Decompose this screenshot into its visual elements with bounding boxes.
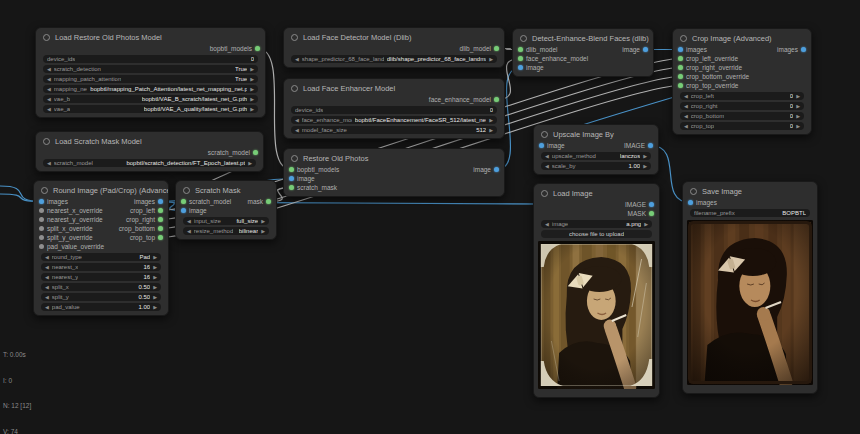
widget-shape_predictor_68_face_landmarks[interactable]: ◀shape_predictor_68_face_landmarksdlib/s… [291,55,497,64]
input-slot-dot[interactable] [539,143,544,148]
decrement-arrow-icon[interactable]: ◀ [45,303,49,312]
node-graph-canvas[interactable]: Load Restore Old Photos Modelbopbtl_mode… [0,0,860,434]
increment-arrow-icon[interactable]: ▶ [250,105,254,114]
collapse-dot-icon[interactable] [541,131,548,138]
widget-crop_bottom[interactable]: ◀crop_bottom0▶ [680,112,804,121]
increment-arrow-icon[interactable]: ▶ [489,126,493,135]
collapse-dot-icon[interactable] [690,188,697,195]
input-slot-dot[interactable] [39,199,44,204]
widget-device_ids[interactable]: device_ids0 [43,55,258,64]
collapse-dot-icon[interactable] [291,85,298,92]
widget-split_x[interactable]: ◀split_x0.50▶ [41,283,161,292]
input-slot-dot[interactable] [678,56,683,61]
node-upscale[interactable]: Upscale Image ByimageIMAGE◀upscale_metho… [533,124,659,175]
widget-mapping_net[interactable]: ◀mapping_netbopbtl/mapping_Patch_Attenti… [43,85,258,94]
increment-arrow-icon[interactable]: ▶ [796,102,800,111]
output-slot-dot[interactable] [649,202,654,207]
output-slot-dot[interactable] [801,47,806,52]
decrement-arrow-icon[interactable]: ◀ [187,217,191,226]
input-slot-dot[interactable] [39,244,44,249]
node-scratch-mask[interactable]: Scratch Maskscratch_modelmaskimage◀input… [175,180,277,240]
input-slot-dot[interactable] [289,185,294,190]
decrement-arrow-icon[interactable]: ◀ [45,273,49,282]
decrement-arrow-icon[interactable]: ◀ [47,75,51,84]
increment-arrow-icon[interactable]: ▶ [644,220,648,229]
widget-round_type[interactable]: ◀round_typePad▶ [41,253,161,262]
widget-pad_value[interactable]: ◀pad_value1.00▶ [41,303,161,312]
decrement-arrow-icon[interactable]: ◀ [47,105,51,114]
output-slot-dot[interactable] [158,235,163,240]
increment-arrow-icon[interactable]: ▶ [261,227,265,236]
input-slot-dot[interactable] [678,83,683,88]
increment-arrow-icon[interactable]: ▶ [153,303,157,312]
widget-scratch_detection[interactable]: ◀scratch_detectionTrue▶ [43,65,258,74]
decrement-arrow-icon[interactable]: ◀ [47,95,51,104]
widget-nearest_y[interactable]: ◀nearest_y16▶ [41,273,161,282]
widget-device_ids[interactable]: device_ids0 [291,106,497,115]
output-slot-dot[interactable] [648,143,653,148]
collapse-dot-icon[interactable] [41,187,48,194]
widget-model_face_size[interactable]: ◀model_face_size512▶ [291,126,497,135]
widget-nearest_x[interactable]: ◀nearest_x16▶ [41,263,161,272]
widget-mapping_patch_attention[interactable]: ◀mapping_patch_attentionTrue▶ [43,75,258,84]
decrement-arrow-icon[interactable]: ◀ [45,293,49,302]
decrement-arrow-icon[interactable]: ◀ [545,152,549,161]
increment-arrow-icon[interactable]: ▶ [250,75,254,84]
decrement-arrow-icon[interactable]: ◀ [47,85,51,94]
decrement-arrow-icon[interactable]: ◀ [684,112,688,121]
increment-arrow-icon[interactable]: ▶ [153,283,157,292]
increment-arrow-icon[interactable]: ▶ [643,162,647,171]
widget-vae_a[interactable]: ◀vae_abopbtl/VAE_A_quality/latest_net_G.… [43,105,258,114]
output-slot-dot[interactable] [158,208,163,213]
widget-image[interactable]: ◀imagea.png▶ [541,220,652,229]
node-load-enhancer[interactable]: Load Face Enhancer Modelface_enhance_mod… [283,78,505,139]
increment-arrow-icon[interactable]: ▶ [250,85,254,94]
widget-vae_b[interactable]: ◀vae_bbopbtl/VAE_B_scratch/latest_net_G.… [43,95,258,104]
input-slot-dot[interactable] [39,226,44,231]
decrement-arrow-icon[interactable]: ◀ [295,126,299,135]
input-slot-dot[interactable] [518,47,523,52]
decrement-arrow-icon[interactable]: ◀ [295,116,299,125]
decrement-arrow-icon[interactable]: ◀ [45,283,49,292]
output-slot-dot[interactable] [649,211,654,216]
node-load-restore[interactable]: Load Restore Old Photos Modelbopbtl_mode… [35,27,266,118]
collapse-dot-icon[interactable] [183,187,190,194]
input-slot-dot[interactable] [289,167,294,172]
increment-arrow-icon[interactable]: ▶ [796,112,800,121]
increment-arrow-icon[interactable]: ▶ [153,273,157,282]
decrement-arrow-icon[interactable]: ◀ [47,159,51,168]
output-slot-dot[interactable] [253,150,258,155]
output-slot-dot[interactable] [158,199,163,204]
widget-resize_method[interactable]: ◀resize_methodbilinear▶ [183,227,269,236]
collapse-dot-icon[interactable] [520,35,527,42]
increment-arrow-icon[interactable]: ▶ [261,217,265,226]
input-slot-dot[interactable] [518,56,523,61]
decrement-arrow-icon[interactable]: ◀ [684,102,688,111]
node-save-image[interactable]: Save Imageimagesfilename_prefixBOPBTL [682,181,818,394]
output-slot-dot[interactable] [266,199,271,204]
output-slot-dot[interactable] [494,167,499,172]
increment-arrow-icon[interactable]: ▶ [250,65,254,74]
node-detect[interactable]: Detect-Enhance-Blend Faces (dlib)dlib_mo… [512,28,654,77]
widget-filename_prefix[interactable]: filename_prefixBOPBTL [690,209,810,218]
widget-crop_right[interactable]: ◀crop_right0▶ [680,102,804,111]
node-load-detector[interactable]: Load Face Detector Model (Dlib)dlib_mode… [283,27,505,68]
decrement-arrow-icon[interactable]: ◀ [684,92,688,101]
input-slot-dot[interactable] [289,176,294,181]
increment-arrow-icon[interactable]: ▶ [153,293,157,302]
collapse-dot-icon[interactable] [291,155,298,162]
increment-arrow-icon[interactable]: ▶ [153,263,157,272]
output-slot-dot[interactable] [158,226,163,231]
node-load-scratch[interactable]: Load Scratch Mask Modelscratch_model◀scr… [35,131,264,172]
widget-scale_by[interactable]: ◀scale_by1.00▶ [541,162,651,171]
upload-button[interactable]: choose file to upload [541,230,652,239]
output-slot-dot[interactable] [494,46,499,51]
output-slot-dot[interactable] [158,217,163,222]
increment-arrow-icon[interactable]: ▶ [489,55,493,64]
input-slot-dot[interactable] [181,208,186,213]
widget-face_enhance_model[interactable]: ◀face_enhance_modelbopbtl/FaceEnhancemen… [291,116,497,125]
collapse-dot-icon[interactable] [541,190,548,197]
increment-arrow-icon[interactable]: ▶ [250,95,254,104]
decrement-arrow-icon[interactable]: ◀ [47,65,51,74]
decrement-arrow-icon[interactable]: ◀ [295,55,299,64]
